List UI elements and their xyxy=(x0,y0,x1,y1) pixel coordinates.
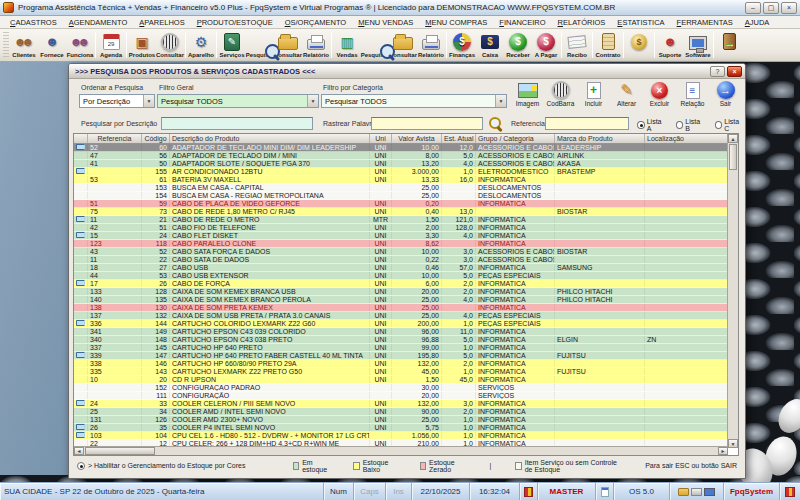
table-row[interactable]: 152CONFIGURAÇAO PADRAO30,00SERVIÇOS xyxy=(74,384,738,392)
toolbar-button-relato-rio[interactable]: Relatório xyxy=(302,30,330,60)
toolbar-button-coin[interactable]: $ xyxy=(625,30,653,60)
menu-item-ajuda[interactable]: AJUDA xyxy=(739,18,776,27)
table-row[interactable]: 1020CD R UPSONUNI1,5045,0INFORMATICA xyxy=(74,376,738,384)
menu-item-financeiro[interactable]: FINANCEIRO xyxy=(493,18,551,27)
close-search-window-button[interactable]: × xyxy=(727,66,742,77)
toolbar-button-a-pagar[interactable]: $A Pagar xyxy=(532,30,560,60)
table-row[interactable]: 2433COOLER CELERON / PIII SEMI NOVOUNI13… xyxy=(74,400,738,408)
toolbar-button-pesquisar[interactable]: Pesquisar xyxy=(246,30,274,60)
horizontal-scrollbar[interactable]: ◄ ► xyxy=(74,446,728,455)
column-header-co-digo[interactable]: Código xyxy=(142,134,170,143)
folder-icon[interactable] xyxy=(678,488,689,496)
table-row[interactable]: 155AR CONDICIONADO 12BTUUNI3.000,001,0EL… xyxy=(74,168,738,176)
menu-item-menu-vendas[interactable]: MENU VENDAS xyxy=(352,18,419,27)
table-row[interactable]: 133128CAIXA DE SOM KEMEX BRANCA USBUNI20… xyxy=(74,288,738,296)
toolbar-button-agenda[interactable]: 29Agenda xyxy=(97,30,125,60)
column-header-localizac-a-o[interactable]: Localização xyxy=(645,134,729,143)
reference-input[interactable] xyxy=(545,117,629,130)
toolbar-button-clientes[interactable]: ☻☻Clientes xyxy=(10,30,38,60)
menu-item-estatistica[interactable]: ESTATISTICA xyxy=(611,18,670,27)
table-row[interactable]: 335143CARTUCHO LEXMARK Z22 PRETO G50UNI4… xyxy=(74,368,738,376)
table-row[interactable]: 1122CABO SATA DE DADOSUNI0,223,0ACESSORI… xyxy=(74,256,738,264)
table-row[interactable]: 140135CAIXA DE SOM KEMEX BRANCO PÉROLAUN… xyxy=(74,296,738,304)
scroll-right-button[interactable]: ► xyxy=(718,447,728,455)
radio-lista-a[interactable]: Lista A xyxy=(637,118,667,132)
toolbar-button-financ-as[interactable]: $Finanças xyxy=(448,30,476,60)
table-row[interactable]: 4453CABO USB EXTENSORUNI10,005,0PEÇAS ES… xyxy=(74,272,738,280)
toolbar-button-contrato[interactable]: Contrato xyxy=(594,30,622,60)
menu-item-produto-estoque[interactable]: PRODUTO/ESTOQUE xyxy=(191,18,279,27)
menu-item-os-orc-amento[interactable]: OS/ORÇAMENTO xyxy=(279,18,353,27)
close-button[interactable]: × xyxy=(781,2,797,14)
table-row[interactable]: 1121CABO DE REDE O METROMTR1,50121,0INFO… xyxy=(74,216,738,224)
table-row[interactable]: 1726CABO DE FORÇAUNI6,002,0INFORMATICA xyxy=(74,280,738,288)
excluir-button[interactable]: ×Excluir xyxy=(645,80,674,108)
toolbar-button-recibo[interactable]: Recibo xyxy=(563,30,591,60)
table-row[interactable]: 138130CAIXA DE SOM PRETA KEMEXUNI25,00IN… xyxy=(74,304,738,312)
toolbar-button-produtos[interactable]: ▣Produtos xyxy=(128,30,156,60)
radio-lista-b[interactable]: Lista B xyxy=(676,118,706,132)
imagem-button[interactable]: Imagem xyxy=(513,80,542,108)
column-header-est-atual[interactable]: Est. Atual xyxy=(442,134,476,143)
relac-a-o-button[interactable]: ≡Relação xyxy=(678,80,707,108)
chevron-down-icon[interactable]: ▼ xyxy=(495,95,506,107)
table-row[interactable]: 338146CARTUCHO HP 660/80/90 PRETO 29AUNI… xyxy=(74,360,738,368)
printer-icon[interactable] xyxy=(691,488,702,496)
category-filter-select[interactable]: Pesquisar TODOS ▼ xyxy=(321,94,507,108)
radio-lista-c[interactable]: Lista C xyxy=(715,118,745,132)
table-row[interactable]: 123118CABO PARALELO CLONEUNI8,62INFORMAT… xyxy=(74,240,738,248)
column-header-referencia[interactable]: Referencia xyxy=(88,134,142,143)
table-row[interactable]: 339147CARTUCHO HP 640 PRETO FABER CASTEL… xyxy=(74,352,738,360)
sair-button[interactable]: →Sair xyxy=(711,80,740,108)
toolbar-button-fornece[interactable]: ☻Fornece xyxy=(38,30,66,60)
menu-item-cadastros[interactable]: CADASTROS xyxy=(4,18,63,27)
menu-item-menu-compras[interactable]: MENU COMPRAS xyxy=(419,18,493,27)
search-magnifier-icon[interactable] xyxy=(489,117,503,131)
table-row[interactable]: 340148CARTUCHO EPSON C43 038 PRETOUNI96,… xyxy=(74,336,738,344)
table-row[interactable]: 1827CABO USBUNI0,4657,0INFORMATICASAMSUN… xyxy=(74,264,738,272)
order-filter-select[interactable]: Por Descrição ▼ xyxy=(79,94,155,108)
menu-item-aparelhos[interactable]: APARELHOS xyxy=(133,18,190,27)
scroll-left-button[interactable]: ◄ xyxy=(74,447,84,455)
menu-item-agendamento[interactable]: AGENDAMENTO xyxy=(63,18,134,27)
table-row[interactable]: 1524CABO FLET DISKETUNI3,304,0INFORMATIC… xyxy=(74,232,738,240)
codbarra-button[interactable]: CodBarra xyxy=(546,80,575,108)
vertical-scrollbar[interactable]: ▲ ▼ xyxy=(727,134,738,448)
toolbar-button-software[interactable]: Software xyxy=(684,30,712,60)
table-row[interactable]: 2534COOLER AMD / INTEL SEMI NOVOUNI90,00… xyxy=(74,408,738,416)
column-header-uni[interactable]: Uni xyxy=(370,134,392,143)
table-row[interactable]: 341149CARTUCHO EPSON C43 039 COLORIDOUNI… xyxy=(74,328,738,336)
table-row[interactable]: 4150ADAPTADOR SLOTE / SOQUETE PGA 370UNI… xyxy=(74,160,738,168)
column-header-marca-do-produto[interactable]: Marca do Produto xyxy=(555,134,645,143)
chevron-down-icon[interactable]: ▼ xyxy=(143,95,154,107)
menu-item-relato-rios[interactable]: RELATÓRIOS xyxy=(552,18,612,27)
column-header-valor-avista[interactable]: Valor Avista xyxy=(392,134,442,143)
table-row[interactable]: 5260ADAPTADOR DE TECLADO MINI DIM/ DIM L… xyxy=(74,144,738,152)
toolbar-button-funciona[interactable]: ☻☻Funciona xyxy=(66,30,94,60)
scroll-down-button[interactable]: ▼ xyxy=(728,439,738,448)
toolbar-button-pesquisar[interactable]: Pesquisar xyxy=(361,30,389,60)
alterar-button[interactable]: ✎Alterar xyxy=(612,80,641,108)
column-header-grupo-categoria[interactable]: Grupo / Categoria xyxy=(476,134,555,143)
hscroll-thumb[interactable] xyxy=(85,447,155,455)
help-button[interactable]: ? xyxy=(710,66,725,77)
toolbar-button-servic-os[interactable]: ✎Serviços xyxy=(218,30,246,60)
search-window-titlebar[interactable]: >>> PESQUISA DOS PRODUTOS & SERVIÇOS CAD… xyxy=(69,64,745,79)
toolbar-button-exit-door[interactable]: → xyxy=(715,30,743,60)
toolbar-button-vendas[interactable]: ▥Vendas xyxy=(333,30,361,60)
track-words-input[interactable] xyxy=(371,117,483,130)
incluir-button[interactable]: +Incluir xyxy=(579,80,608,108)
table-row[interactable]: 4756ADAPTADOR DE TECLADO DIM / MINIUNI8,… xyxy=(74,152,738,160)
toolbar-button-relato-rio[interactable]: Relatório xyxy=(417,30,445,60)
table-row[interactable]: 154BUSCA EM CASA - REGIAO METROPOLITANA2… xyxy=(74,192,738,200)
table-row[interactable]: 4352CABO SATA FORÇA E DADOSUNI10,003,0AC… xyxy=(74,248,738,256)
table-row[interactable]: 2635COOLER P4 INTEL SEMI NOVOUNI5,751,0I… xyxy=(74,424,738,432)
table-row[interactable]: 131126COOLER AMD 2300+ NOVOUNI25,001,0IN… xyxy=(74,416,738,424)
chevron-down-icon[interactable]: ▼ xyxy=(307,95,318,107)
table-row[interactable]: 336144CARTUCHO COLORIDO LEXMARK Z22 G60U… xyxy=(74,320,738,328)
general-filter-select[interactable]: Pesquisar TODOS ▼ xyxy=(157,94,319,108)
scroll-up-button[interactable]: ▲ xyxy=(728,134,738,143)
scroll-thumb[interactable] xyxy=(729,144,737,170)
table-row[interactable]: 137132CAIXA DE SOM USB PRETA / PRATA 3.0… xyxy=(74,312,738,320)
search-description-input[interactable] xyxy=(161,117,313,130)
